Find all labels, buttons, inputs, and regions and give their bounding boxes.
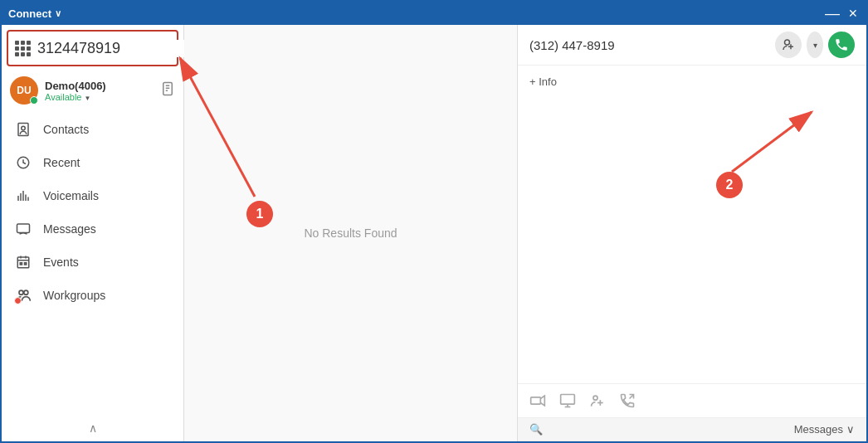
action-icons-row bbox=[518, 383, 866, 418]
events-label: Events bbox=[43, 256, 79, 269]
messages-search-input[interactable] bbox=[548, 423, 788, 436]
minimize-button[interactable]: — bbox=[825, 6, 840, 21]
sidebar-item-voicemails[interactable]: Voicemails bbox=[2, 179, 183, 212]
sidebar-item-recent[interactable]: Recent bbox=[2, 146, 183, 179]
dialpad-dot bbox=[27, 52, 31, 56]
recent-label: Recent bbox=[43, 156, 80, 169]
sidebar-item-contacts[interactable]: Contacts bbox=[2, 113, 183, 146]
title-chevron[interactable]: ∨ bbox=[55, 8, 61, 19]
user-info: Demo(4006) Available ▼ bbox=[45, 80, 154, 102]
annotation-2: 2 bbox=[716, 172, 743, 198]
messages-bar: 🔍 Messages ∨ bbox=[518, 418, 866, 441]
avatar: DU bbox=[10, 76, 38, 105]
events-icon bbox=[15, 254, 32, 270]
svg-point-20 bbox=[24, 290, 28, 295]
right-panel: (312) 447-8919 ▾ bbox=[518, 25, 866, 441]
svg-rect-25 bbox=[561, 395, 575, 405]
sidebar-item-workgroups[interactable]: Workgroups bbox=[2, 279, 183, 312]
voicemails-label: Voicemails bbox=[43, 189, 99, 202]
title-bar-left: Connect ∨ bbox=[8, 7, 61, 20]
header-actions: ▾ bbox=[775, 32, 855, 58]
avatar-status-dot bbox=[30, 96, 38, 105]
app-window: Connect ∨ — ✕ bbox=[0, 0, 868, 443]
avatar-initials: DU bbox=[17, 85, 31, 96]
dialpad-dot bbox=[27, 41, 31, 45]
dialpad-dot bbox=[27, 46, 31, 51]
svg-rect-13 bbox=[17, 257, 29, 268]
info-link[interactable]: + Info bbox=[529, 75, 557, 88]
nav-items: Contacts Recent bbox=[2, 110, 183, 415]
sidebar-item-messages[interactable]: Messages bbox=[2, 212, 183, 246]
title-bar: Connect ∨ — ✕ bbox=[2, 2, 866, 25]
messages-icon bbox=[15, 221, 32, 237]
title-bar-right: — ✕ bbox=[825, 6, 860, 21]
screen-share-icon[interactable] bbox=[559, 392, 576, 409]
sidebar: DU Demo(4006) Available ▼ bbox=[2, 25, 184, 441]
dialpad-dot bbox=[15, 52, 19, 56]
call-button[interactable] bbox=[828, 32, 855, 58]
main-content: DU Demo(4006) Available ▼ bbox=[2, 25, 866, 441]
messages-dropdown-label: Messages bbox=[794, 423, 843, 436]
voicemails-icon bbox=[15, 187, 32, 204]
no-results-text: No Results Found bbox=[184, 25, 517, 441]
right-panel-header: (312) 447-8919 ▾ bbox=[518, 25, 866, 66]
workgroups-badge bbox=[14, 297, 22, 304]
svg-point-19 bbox=[19, 290, 23, 295]
svg-point-5 bbox=[22, 126, 26, 130]
workgroups-label: Workgroups bbox=[43, 289, 105, 302]
dialpad-dot bbox=[21, 52, 25, 56]
add-person-icon[interactable] bbox=[589, 392, 606, 409]
recent-icon bbox=[15, 154, 32, 171]
video-icon[interactable] bbox=[529, 392, 546, 409]
profile-phone-icon[interactable] bbox=[160, 81, 175, 100]
collapse-button[interactable]: ∧ bbox=[2, 415, 183, 441]
dialpad-dot bbox=[21, 41, 25, 45]
user-name: Demo(4006) bbox=[45, 80, 154, 92]
messages-dropdown-chevron: ∨ bbox=[846, 423, 855, 436]
dialpad-dot bbox=[15, 41, 19, 45]
app-title: Connect bbox=[8, 7, 51, 20]
dialpad-bar bbox=[7, 30, 178, 66]
actions-dropdown-button[interactable]: ▾ bbox=[807, 32, 823, 58]
dialpad-dot bbox=[15, 46, 19, 51]
messages-dropdown[interactable]: Messages ∨ bbox=[794, 423, 855, 436]
svg-point-21 bbox=[785, 40, 790, 45]
svg-rect-17 bbox=[20, 263, 22, 265]
dialpad-icon[interactable] bbox=[15, 41, 31, 56]
svg-rect-24 bbox=[531, 397, 541, 404]
user-status[interactable]: Available ▼ bbox=[45, 92, 154, 102]
add-contact-button[interactable] bbox=[775, 32, 802, 58]
phone-number-display: (312) 447-8919 bbox=[529, 38, 615, 52]
user-profile: DU Demo(4006) Available ▼ bbox=[2, 71, 183, 110]
svg-point-28 bbox=[593, 396, 597, 400]
messages-search: 🔍 bbox=[529, 423, 788, 436]
workgroups-icon bbox=[15, 287, 32, 304]
contacts-icon bbox=[15, 121, 32, 138]
middle-panel: No Results Found bbox=[184, 25, 518, 441]
svg-rect-12 bbox=[17, 224, 30, 233]
messages-label: Messages bbox=[43, 222, 96, 236]
svg-rect-18 bbox=[25, 263, 27, 265]
right-panel-body: + Info bbox=[518, 66, 866, 383]
messages-search-icon: 🔍 bbox=[529, 423, 543, 436]
sidebar-item-events[interactable]: Events bbox=[2, 246, 183, 279]
annotation-1: 1 bbox=[246, 201, 273, 227]
close-button[interactable]: ✕ bbox=[846, 7, 860, 20]
contacts-label: Contacts bbox=[43, 123, 89, 136]
dialpad-dot bbox=[21, 46, 25, 51]
transfer-icon[interactable] bbox=[619, 392, 636, 409]
